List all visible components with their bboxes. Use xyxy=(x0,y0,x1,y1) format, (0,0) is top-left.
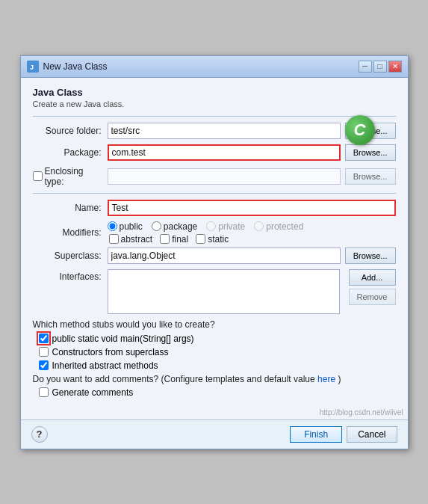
interfaces-box[interactable] xyxy=(108,269,340,314)
minimize-button[interactable]: ─ xyxy=(359,61,372,73)
enclosing-row: Enclosing type: Browse... xyxy=(33,166,396,187)
separator-1 xyxy=(33,116,396,117)
comment-question-suffix: ) xyxy=(338,374,341,384)
modifier-protected[interactable]: protected xyxy=(254,221,303,232)
titlebar-icon: J xyxy=(27,61,39,73)
modifier-protected-radio[interactable] xyxy=(254,221,264,231)
modifier-abstract[interactable]: abstract xyxy=(109,234,153,245)
modifiers-row: Modifiers: public package private xyxy=(33,221,396,245)
comment-question: Do you want to add comments? (Configure … xyxy=(33,374,396,384)
java-logo: C xyxy=(345,115,375,145)
inherited-checkbox[interactable] xyxy=(39,360,49,370)
main-method-label: public static void main(String[] args) xyxy=(52,334,194,344)
superclass-row: Superclass: Browse... xyxy=(33,248,396,264)
enclosing-type-label: Enclosing type: xyxy=(45,166,102,187)
cancel-button[interactable]: Cancel xyxy=(347,426,397,443)
footer-right: Finish Cancel xyxy=(290,426,397,443)
source-folder-label: Source folder: xyxy=(33,126,108,136)
package-label: Package: xyxy=(33,147,108,158)
comment-section: Do you want to add comments? (Configure … xyxy=(33,374,396,398)
titlebar-buttons: ─ □ ✕ xyxy=(359,61,402,73)
modifiers-label: Modifiers: xyxy=(33,227,108,238)
modifier-private[interactable]: private xyxy=(206,221,245,232)
package-input[interactable] xyxy=(108,144,341,161)
static-checkbox[interactable] xyxy=(196,234,205,244)
constructors-checkbox[interactable] xyxy=(39,347,49,357)
method-question: Which method stubs would you like to cre… xyxy=(33,319,396,330)
superclass-browse-button[interactable]: Browse... xyxy=(345,248,396,264)
generate-comments-option: Generate comments xyxy=(33,387,396,398)
modifier-static[interactable]: static xyxy=(196,234,229,245)
method-section: Which method stubs would you like to cre… xyxy=(33,319,396,371)
header-section: Java Class Create a new Java class. C xyxy=(33,87,396,108)
constructors-label: Constructors from superclass xyxy=(52,347,169,357)
section-title: Java Class xyxy=(33,87,396,98)
generate-comments-checkbox[interactable] xyxy=(39,387,49,397)
comment-question-link[interactable]: here xyxy=(317,374,335,384)
interfaces-buttons: Add... Remove xyxy=(344,269,396,305)
modifier-private-radio[interactable] xyxy=(206,221,216,231)
comment-question-prefix: Do you want to add comments? (Configure … xyxy=(33,374,315,384)
modifiers-radio-group: public package private protected xyxy=(108,221,304,232)
interfaces-label: Interfaces: xyxy=(33,269,108,282)
svg-text:J: J xyxy=(30,64,34,71)
inherited-option: Inherited abstract methods xyxy=(33,360,396,371)
titlebar: J New Java Class ─ □ ✕ xyxy=(21,56,408,78)
name-input[interactable] xyxy=(108,200,396,216)
main-method-checkbox[interactable] xyxy=(39,334,49,343)
section-header: Java Class Create a new Java class. xyxy=(33,87,396,108)
close-button[interactable]: ✕ xyxy=(388,61,402,73)
main-method-option: public static void main(String[] args) xyxy=(33,334,396,344)
modifier-final[interactable]: final xyxy=(160,234,188,245)
source-folder-input[interactable] xyxy=(108,123,341,139)
name-label: Name: xyxy=(33,203,108,213)
help-button[interactable]: ? xyxy=(31,426,48,443)
constructors-option: Constructors from superclass xyxy=(33,347,396,357)
modifier-public-radio[interactable] xyxy=(108,221,117,231)
modifier-package-radio[interactable] xyxy=(152,221,161,231)
modifiers-checkbox-group: abstract final static xyxy=(108,234,304,245)
section-subtitle: Create a new Java class. xyxy=(33,99,396,108)
source-folder-row: Source folder: Browse... xyxy=(33,123,396,139)
maximize-button[interactable]: □ xyxy=(373,61,387,73)
superclass-label: Superclass: xyxy=(33,251,108,261)
enclosing-type-browse-button[interactable]: Browse... xyxy=(345,168,396,185)
section-logo: C xyxy=(345,115,375,145)
package-browse-button[interactable]: Browse... xyxy=(345,144,396,161)
watermark: http://blog.csdn.net/wiivel xyxy=(21,407,408,420)
abstract-checkbox[interactable] xyxy=(109,234,119,244)
enclosing-type-input[interactable] xyxy=(108,168,341,185)
inherited-label: Inherited abstract methods xyxy=(52,360,158,371)
dialog-footer: ? Finish Cancel xyxy=(21,420,408,449)
final-checkbox[interactable] xyxy=(160,234,170,244)
titlebar-left: J New Java Class xyxy=(27,61,108,73)
enclosing-type-checkbox[interactable] xyxy=(33,171,43,181)
footer-left: ? xyxy=(31,426,48,443)
remove-interface-button[interactable]: Remove xyxy=(349,289,396,305)
superclass-input[interactable] xyxy=(108,248,341,264)
generate-comments-label: Generate comments xyxy=(52,387,134,398)
package-row: Package: Browse... xyxy=(33,144,396,161)
new-java-class-dialog: J New Java Class ─ □ ✕ Java Class Create… xyxy=(20,55,409,449)
titlebar-title: New Java Class xyxy=(43,61,108,72)
finish-button[interactable]: Finish xyxy=(290,426,342,443)
dialog-body: Java Class Create a new Java class. C So… xyxy=(21,78,408,407)
interfaces-row: Interfaces: Add... Remove xyxy=(33,269,396,314)
add-interface-button[interactable]: Add... xyxy=(349,269,396,286)
modifier-public[interactable]: public xyxy=(108,221,143,232)
name-row: Name: xyxy=(33,200,396,216)
modifier-package[interactable]: package xyxy=(152,221,197,232)
separator-2 xyxy=(33,193,396,194)
